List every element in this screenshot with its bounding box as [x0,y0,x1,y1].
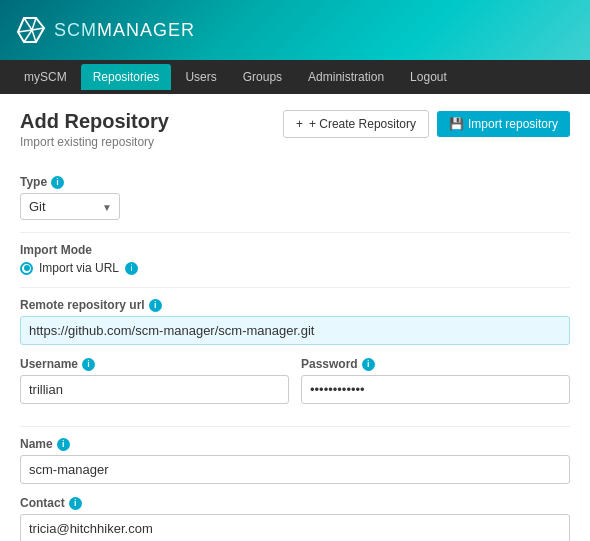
import-mode-radio[interactable]: Import via URL i [20,261,570,275]
nav-administration[interactable]: Administration [296,64,396,90]
type-info-icon[interactable]: i [51,176,64,189]
password-label: Password i [301,357,570,371]
name-info-icon[interactable]: i [57,438,70,451]
import-mode-group: Import Mode Import via URL i [20,243,570,275]
remote-url-group: Remote repository url i [20,298,570,345]
name-label: Name i [20,437,570,451]
main-content: Add Repository Import existing repositor… [0,94,590,541]
contact-group: Contact i [20,496,570,541]
remote-url-info-icon[interactable]: i [149,299,162,312]
page-header-row: Add Repository Import existing repositor… [20,110,570,161]
navigation: mySCM Repositories Users Groups Administ… [0,60,590,94]
svg-line-6 [18,30,32,32]
import-icon: 💾 [449,117,464,131]
name-input[interactable] [20,455,570,484]
password-input[interactable] [301,375,570,404]
logo-icon [16,14,48,46]
nav-repositories[interactable]: Repositories [81,64,172,90]
type-field-group: Type i Git SVN Mercurial ▼ [20,175,570,220]
svg-line-5 [24,30,32,42]
import-via-url-radio[interactable] [20,262,33,275]
contact-input[interactable] [20,514,570,541]
plus-icon: + [296,117,303,131]
divider-1 [20,232,570,233]
radio-dot-inner [24,265,30,271]
import-mode-info-icon[interactable]: i [125,262,138,275]
import-mode-label: Import Mode [20,243,570,257]
import-repository-button[interactable]: 💾 Import repository [437,111,570,137]
contact-label: Contact i [20,496,570,510]
page-title-section: Add Repository Import existing repositor… [20,110,169,161]
name-group: Name i [20,437,570,484]
divider-2 [20,287,570,288]
password-info-icon[interactable]: i [362,358,375,371]
type-label: Type i [20,175,570,189]
type-select-wrapper: Git SVN Mercurial ▼ [20,193,120,220]
username-input[interactable] [20,375,289,404]
type-select[interactable]: Git SVN Mercurial [20,193,120,220]
svg-line-4 [32,30,36,42]
credentials-row: Username i Password i [20,357,570,416]
page-title: Add Repository [20,110,169,133]
nav-logout[interactable]: Logout [398,64,459,90]
username-group: Username i [20,357,289,404]
svg-line-2 [32,18,36,30]
nav-myscm[interactable]: mySCM [12,64,79,90]
contact-info-icon[interactable]: i [69,497,82,510]
remote-url-input[interactable] [20,316,570,345]
app-header: SCMMANAGER [0,0,590,60]
nav-users[interactable]: Users [173,64,228,90]
page-subtitle: Import existing repository [20,135,169,149]
logo: SCMMANAGER [16,14,195,46]
remote-url-label: Remote repository url i [20,298,570,312]
username-info-icon[interactable]: i [82,358,95,371]
page-actions: + + Create Repository 💾 Import repositor… [283,110,570,138]
divider-3 [20,426,570,427]
username-label: Username i [20,357,289,371]
create-repository-button[interactable]: + + Create Repository [283,110,429,138]
nav-groups[interactable]: Groups [231,64,294,90]
logo-text: SCMMANAGER [54,20,195,41]
password-group: Password i [301,357,570,404]
svg-line-1 [24,18,32,30]
